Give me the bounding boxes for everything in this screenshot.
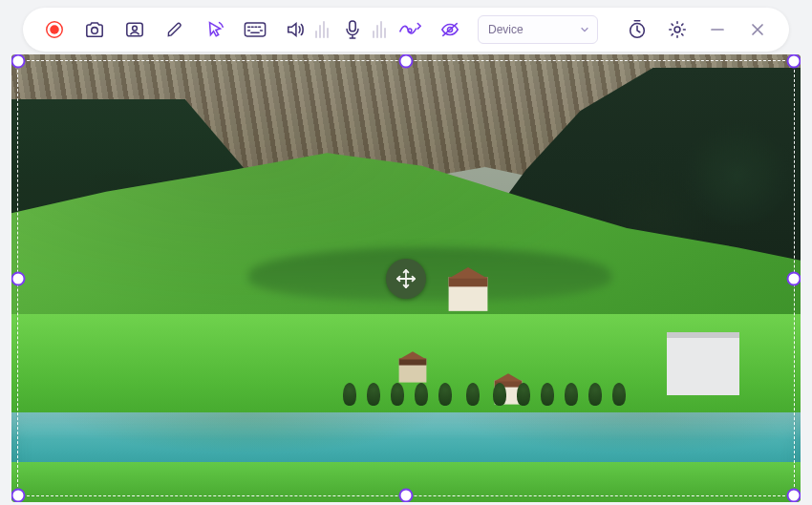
screenshot-button[interactable] [76, 14, 113, 45]
capture-area[interactable] [11, 54, 801, 502]
svg-point-7 [408, 29, 412, 32]
move-icon [395, 267, 417, 290]
svg-point-1 [50, 25, 59, 34]
webcam-button[interactable] [117, 14, 153, 45]
screenshot-icon [84, 20, 105, 39]
chevron-down-icon [580, 25, 589, 34]
keystroke-button[interactable] [237, 14, 273, 45]
system-audio-button[interactable] [277, 14, 313, 45]
resize-handle-left[interactable] [11, 271, 26, 285]
resize-handle-top[interactable] [399, 54, 414, 69]
mic-icon [343, 19, 362, 40]
minimize-button[interactable] [699, 14, 736, 45]
system-audio-icon [285, 20, 306, 39]
settings-icon [667, 19, 688, 40]
cursor-icon [204, 19, 225, 40]
annotate-button[interactable] [157, 14, 193, 45]
resize-handle-bottom-right[interactable] [787, 489, 801, 503]
resize-handle-top-right[interactable] [787, 54, 801, 69]
svg-point-2 [92, 28, 98, 34]
close-icon [750, 22, 765, 37]
resize-handle-right[interactable] [787, 271, 801, 285]
minimize-icon [709, 21, 726, 38]
microphone-button[interactable] [334, 14, 371, 45]
move-selection-button[interactable] [386, 259, 426, 299]
resize-handle-bottom[interactable] [399, 489, 414, 503]
svg-point-4 [133, 26, 138, 31]
resize-handle-bottom-left[interactable] [11, 489, 26, 503]
toolbar: Device [23, 8, 789, 52]
eye-off-icon [439, 20, 460, 39]
auto-stop-button[interactable] [392, 14, 428, 45]
timer-button[interactable] [619, 14, 655, 45]
cursor-highlight-button[interactable] [197, 14, 233, 45]
mic-level-icon [373, 21, 386, 38]
annotate-icon [165, 20, 184, 39]
keystroke-icon [244, 21, 267, 38]
svg-rect-6 [350, 21, 355, 32]
close-button[interactable] [739, 14, 776, 45]
timer-icon [627, 19, 648, 40]
svg-rect-5 [245, 23, 265, 36]
record-icon [44, 19, 65, 40]
webcam-icon [124, 20, 145, 39]
system-audio-level-icon [315, 21, 329, 38]
record-button[interactable] [36, 14, 73, 45]
device-select[interactable]: Device [478, 15, 598, 44]
svg-rect-3 [127, 23, 142, 36]
svg-point-10 [674, 27, 680, 32]
auto-stop-icon [398, 20, 421, 39]
hide-preview-button[interactable] [432, 14, 468, 45]
device-select-label: Device [488, 23, 524, 36]
settings-button[interactable] [659, 14, 695, 45]
